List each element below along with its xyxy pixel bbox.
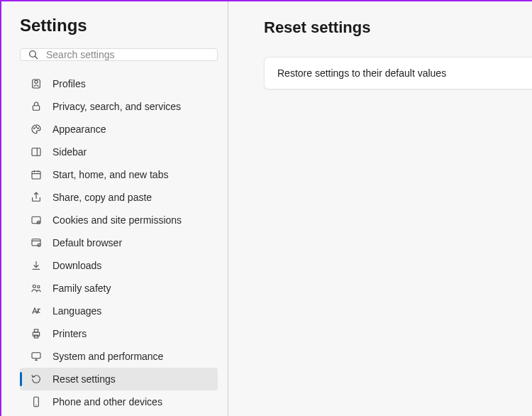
sidebar-item-phone[interactable]: Phone and other devices [20,390,218,413]
sidebar-item-downloads[interactable]: Downloads [20,254,218,277]
sidebar-item-label: Family safety [52,283,111,294]
sidebar-item-reset[interactable]: Reset settings [20,368,218,390]
sidebar-item-default-browser[interactable]: Default browser [20,231,218,254]
svg-rect-4 [33,106,39,111]
sidebar-item-appearance[interactable]: Appearance [20,118,218,141]
svg-rect-26 [34,329,38,332]
svg-rect-28 [32,353,40,358]
search-icon [28,49,39,60]
sidebar-item-label: Privacy, search, and services [52,101,181,112]
page-title: Settings [20,16,218,35]
sidebar-item-sidebar[interactable]: Sidebar [20,141,218,163]
sidebar-item-label: Appearance [52,124,106,135]
sidebar-item-label: Default browser [52,237,122,248]
download-icon [30,259,43,272]
sidebar-item-label: Share, copy and paste [52,192,152,203]
settings-nav: Profiles Privacy, search, and services A… [20,72,218,413]
sidebar-item-family[interactable]: Family safety [20,277,218,300]
svg-point-23 [38,285,40,288]
sidebar-item-label: Start, home, and new tabs [52,169,168,180]
svg-rect-8 [32,148,40,156]
main-title: Reset settings [264,18,532,37]
sidebar-item-label: Cookies and site permissions [52,214,182,226]
sidebar-item-languages[interactable]: Languages [20,300,218,322]
sidebar-item-label: Sidebar [52,146,87,158]
sidebar-item-label: System and performance [52,351,163,362]
sidebar-item-share[interactable]: Share, copy and paste [20,186,218,209]
svg-line-1 [35,56,38,59]
svg-point-5 [34,128,35,128]
lock-icon [30,100,43,113]
svg-point-2 [35,80,38,83]
sidebar-item-label: Downloads [52,260,101,271]
phone-icon [30,395,43,408]
profiles-icon [30,77,43,90]
sidebar-item-label: Languages [52,305,101,317]
svg-point-22 [33,285,35,288]
calendar-icon [30,168,43,181]
restore-defaults-label: Restore settings to their default values [277,67,446,79]
sidebar-item-printers[interactable]: Printers [20,322,218,345]
svg-rect-25 [33,332,39,336]
search-field[interactable] [20,48,218,61]
svg-point-7 [38,128,38,128]
share-icon [30,191,43,204]
sidebar-item-system[interactable]: System and performance [20,345,218,368]
family-icon [30,282,43,295]
sidebar-item-privacy[interactable]: Privacy, search, and services [20,95,218,118]
browser-icon [30,236,43,249]
reset-icon [30,373,43,385]
svg-point-0 [30,51,36,58]
sidebar-item-cookies[interactable]: Cookies and site permissions [20,209,218,231]
palette-icon [30,123,43,136]
search-input[interactable] [46,49,210,60]
languages-icon [30,305,43,317]
svg-rect-27 [34,335,38,338]
svg-point-6 [35,126,36,127]
main-content: Reset settings Restore settings to their… [228,1,532,416]
sidebar-item-label: Phone and other devices [52,396,162,407]
svg-rect-10 [32,171,40,179]
sidebar-item-start[interactable]: Start, home, and new tabs [20,163,218,186]
system-icon [30,350,43,363]
printers-icon [30,327,43,340]
settings-sidebar: Settings Profiles Privacy, search, and s… [1,1,228,416]
restore-defaults-card[interactable]: Restore settings to their default values [264,57,532,89]
sidebar-icon [30,146,43,158]
sidebar-item-profiles[interactable]: Profiles [20,72,218,95]
sidebar-item-label: Reset settings [52,373,116,385]
sidebar-item-label: Profiles [52,78,86,89]
cookies-icon [30,214,43,226]
sidebar-item-label: Printers [52,328,87,339]
